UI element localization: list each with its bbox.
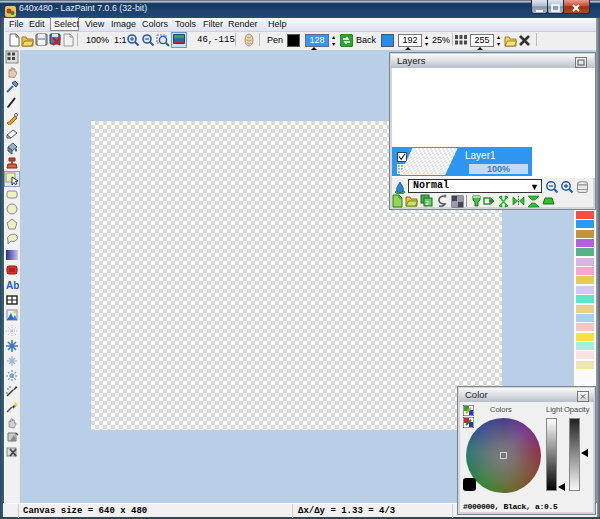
svg-text:Ab: Ab: [6, 280, 19, 291]
